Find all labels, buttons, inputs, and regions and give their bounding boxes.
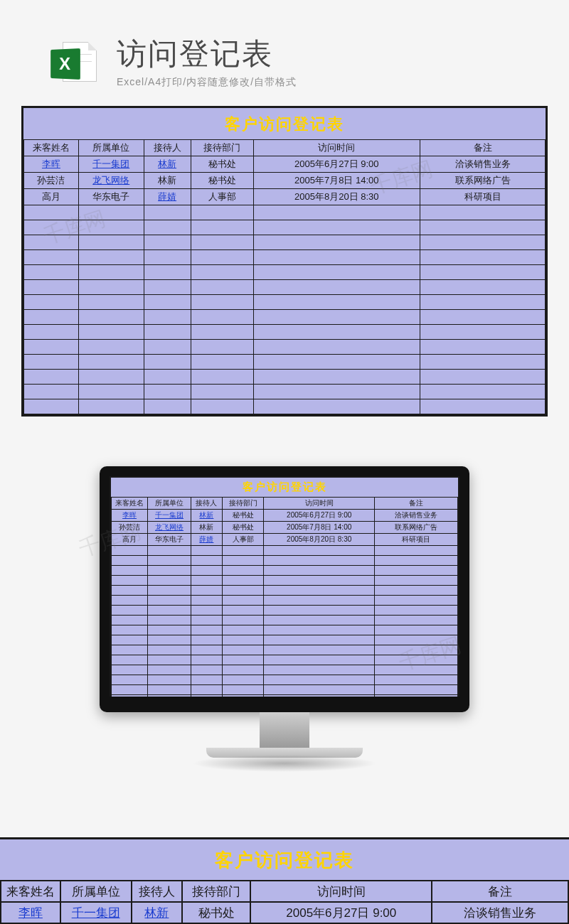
sheet-title: 客户访问登记表 — [23, 108, 546, 139]
empty-cell — [112, 556, 148, 566]
empty-cell — [78, 250, 144, 265]
cell-dept: 人事部 — [222, 534, 263, 546]
empty-cell — [264, 576, 375, 586]
empty-cell — [375, 616, 458, 625]
empty-cell — [375, 695, 458, 697]
empty-cell — [253, 280, 420, 295]
table-row-empty — [24, 295, 546, 310]
cell-org[interactable]: 千一集团 — [148, 510, 191, 522]
table-row-empty — [112, 695, 458, 697]
monitor-mockup: 客户访问登记表 来客姓名所属单位接待人接待部门访问时间备注 李晖千一集团林新秘书… — [100, 466, 469, 772]
empty-cell — [191, 645, 223, 655]
empty-cell — [375, 576, 458, 586]
empty-cell — [253, 250, 420, 265]
visitor-table: 来客姓名所属单位接待人接待部门访问时间备注 李晖千一集团林新秘书处2005年6月… — [111, 497, 458, 697]
table-row-empty — [24, 310, 546, 325]
empty-cell — [24, 370, 79, 385]
table-row-empty — [112, 635, 458, 645]
empty-cell — [222, 645, 263, 655]
empty-cell — [375, 625, 458, 635]
cell-name[interactable]: 李晖 — [24, 156, 79, 173]
cell-org[interactable]: 龙飞网络 — [78, 173, 144, 189]
empty-cell — [375, 586, 458, 596]
empty-cell — [144, 295, 191, 310]
visitor-table: 来客姓名所属单位接待人接待部门访问时间备注 李晖千一集团林新秘书处2005年6月… — [0, 880, 569, 924]
empty-cell — [420, 295, 546, 310]
cell-time: 2005年6月27日 9:00 — [250, 902, 432, 923]
cell-time: 2005年6月27日 9:00 — [253, 156, 420, 173]
table-row: 高月华东电子薛婧人事部2005年8月20日 8:30科研项目 — [24, 189, 546, 205]
empty-cell — [112, 546, 148, 556]
col-header: 来客姓名 — [1, 881, 60, 902]
cell-receiver[interactable]: 林新 — [144, 156, 191, 173]
monitor-mockup-zone: 客户访问登记表 来客姓名所属单位接待人接待部门访问时间备注 李晖千一集团林新秘书… — [0, 466, 569, 772]
cell-org[interactable]: 千一集团 — [78, 156, 144, 173]
empty-cell — [253, 295, 420, 310]
empty-cell — [253, 310, 420, 325]
table-row: 孙芸洁龙飞网络林新秘书处2005年7月8日 14:00联系网络广告 — [24, 173, 546, 189]
empty-cell — [264, 685, 375, 695]
empty-cell — [264, 675, 375, 685]
empty-cell — [191, 635, 223, 645]
cell-receiver[interactable]: 林新 — [132, 902, 183, 923]
empty-cell — [148, 695, 191, 697]
page-subtitle: Excel/A4打印/内容随意修改/自带格式 — [117, 76, 297, 89]
cell-receiver[interactable]: 林新 — [191, 510, 223, 522]
empty-cell — [112, 625, 148, 635]
empty-cell — [375, 596, 458, 606]
cell-time: 2005年8月20日 8:30 — [253, 189, 420, 205]
cell-receiver: 林新 — [191, 522, 223, 534]
cell-time: 2005年8月20日 8:30 — [264, 534, 375, 546]
empty-cell — [24, 250, 79, 265]
empty-cell — [191, 340, 253, 355]
col-header: 备注 — [375, 498, 458, 510]
empty-cell — [191, 566, 223, 576]
empty-cell — [420, 250, 546, 265]
col-header: 访问时间 — [250, 881, 432, 902]
empty-cell — [148, 685, 191, 695]
cell-receiver[interactable]: 薛婧 — [191, 534, 223, 546]
cell-org[interactable]: 千一集团 — [60, 902, 132, 923]
empty-cell — [264, 655, 375, 665]
cell-name[interactable]: 李晖 — [112, 510, 148, 522]
cell-receiver[interactable]: 薛婧 — [144, 189, 191, 205]
col-header: 来客姓名 — [24, 140, 79, 156]
empty-cell — [144, 370, 191, 385]
cell-name[interactable]: 李晖 — [1, 902, 60, 923]
empty-cell — [148, 665, 191, 675]
table-row-empty — [24, 370, 546, 385]
empty-cell — [375, 546, 458, 556]
empty-cell — [112, 685, 148, 695]
empty-cell — [148, 606, 191, 616]
cell-org[interactable]: 龙飞网络 — [148, 522, 191, 534]
empty-cell — [375, 635, 458, 645]
table-row-empty — [112, 655, 458, 665]
empty-cell — [222, 616, 263, 625]
empty-cell — [191, 250, 253, 265]
empty-cell — [222, 635, 263, 645]
empty-cell — [191, 205, 253, 220]
col-header: 接待部门 — [222, 498, 263, 510]
empty-cell — [112, 635, 148, 645]
empty-cell — [222, 665, 263, 675]
empty-cell — [420, 220, 546, 235]
empty-cell — [112, 596, 148, 606]
sheet-title: 客户访问登记表 — [111, 478, 458, 497]
empty-cell — [24, 310, 79, 325]
empty-cell — [112, 566, 148, 576]
empty-cell — [148, 546, 191, 556]
empty-cell — [264, 606, 375, 616]
col-header: 所属单位 — [60, 881, 132, 902]
empty-cell — [264, 616, 375, 625]
empty-cell — [222, 546, 263, 556]
empty-cell — [222, 655, 263, 665]
cell-note: 洽谈销售业务 — [420, 156, 546, 173]
empty-cell — [148, 635, 191, 645]
empty-cell — [191, 586, 223, 596]
cell-name: 高月 — [112, 534, 148, 546]
empty-cell — [144, 355, 191, 370]
empty-cell — [222, 586, 263, 596]
empty-cell — [191, 546, 223, 556]
visitor-sheet-screen: 客户访问登记表 来客姓名所属单位接待人接待部门访问时间备注 李晖千一集团林新秘书… — [110, 476, 459, 697]
excel-x-badge: X — [50, 48, 80, 80]
